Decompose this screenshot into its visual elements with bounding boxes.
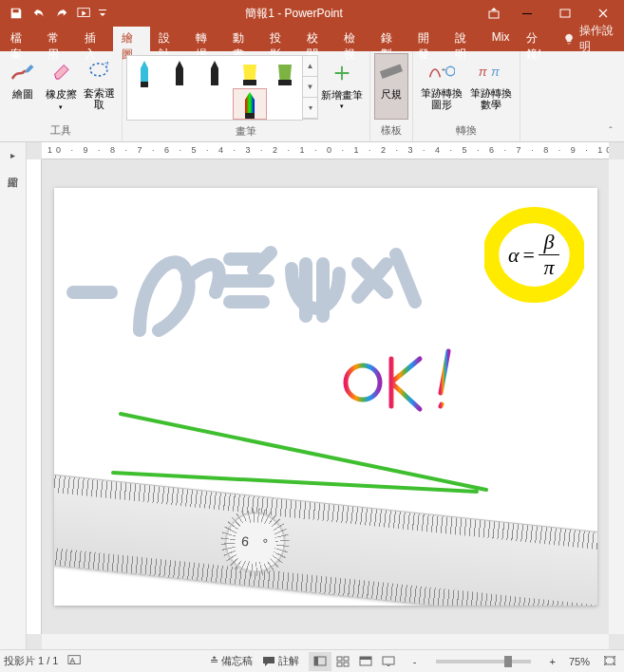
eraser-button[interactable]: 橡皮擦 ▾ bbox=[42, 53, 80, 120]
lasso-label: 套索選取 bbox=[81, 87, 117, 110]
redo-button[interactable] bbox=[51, 3, 72, 24]
group-tools: 繪圖 橡皮擦 ▾ 套索選取 工具 bbox=[0, 51, 123, 141]
plus-icon bbox=[331, 63, 352, 84]
reading-view-button[interactable] bbox=[354, 652, 377, 671]
ink-to-shape-button[interactable]: 筆跡轉換圖形 bbox=[417, 53, 466, 120]
pen-item-9[interactable] bbox=[233, 88, 267, 120]
horizontal-ruler: 10 · 9 · 8 · 7 · 6 · 5 · 4 · 3 · 2 · 1 ·… bbox=[42, 142, 609, 159]
ink-stroke-silver[interactable] bbox=[64, 226, 444, 340]
svg-rect-3 bbox=[560, 9, 570, 17]
minimize-button[interactable] bbox=[508, 0, 546, 27]
ink-to-math-label: 筆跡轉換數學 bbox=[467, 87, 515, 110]
svg-text:π: π bbox=[479, 65, 488, 79]
tab-developer[interactable]: 開發 bbox=[409, 27, 446, 51]
view-buttons bbox=[309, 652, 400, 671]
tab-recording[interactable]: 錄製 bbox=[372, 27, 409, 51]
tab-review[interactable]: 校閱 bbox=[298, 27, 335, 51]
slide[interactable]: α = β π bbox=[54, 188, 597, 606]
ruler-angle-value: 6 bbox=[233, 520, 256, 562]
pen-item-2[interactable] bbox=[162, 56, 197, 87]
spellcheck-button[interactable] bbox=[67, 654, 83, 669]
tab-file[interactable]: 檔案 bbox=[2, 27, 39, 51]
tab-view[interactable]: 檢視 bbox=[335, 27, 372, 51]
svg-text:π: π bbox=[491, 65, 501, 79]
lasso-select-button[interactable]: 套索選取 bbox=[80, 53, 118, 120]
ribbon: 繪圖 橡皮擦 ▾ 套索選取 工具 bbox=[0, 51, 624, 142]
ribbon-display-options-button[interactable] bbox=[480, 0, 508, 27]
qat-customize-button[interactable] bbox=[97, 3, 108, 24]
tab-slideshow[interactable]: 投影 bbox=[261, 27, 298, 51]
horizontal-scrollbar[interactable] bbox=[42, 634, 609, 649]
svg-rect-17 bbox=[314, 657, 318, 665]
ink-to-math-button[interactable]: ππ 筆跡轉換數學 bbox=[466, 53, 516, 120]
comment-icon bbox=[262, 656, 275, 667]
pen-item-4[interactable] bbox=[233, 56, 267, 87]
collapse-ribbon-button[interactable]: ˆ bbox=[601, 126, 620, 140]
math-equation[interactable]: α = β π bbox=[484, 205, 584, 305]
tab-insert[interactable]: 插入 bbox=[76, 27, 113, 51]
svg-rect-23 bbox=[360, 657, 371, 660]
draw-button[interactable]: 繪圖 bbox=[4, 53, 42, 120]
ruler-icon bbox=[379, 60, 404, 84]
pen-item-3[interactable] bbox=[198, 56, 232, 87]
sorter-view-button[interactable] bbox=[331, 652, 354, 671]
pen-item-8[interactable] bbox=[198, 88, 232, 120]
zoom-out-button[interactable]: - bbox=[409, 656, 421, 667]
tab-animations[interactable]: 動畫 bbox=[224, 27, 261, 51]
comments-button[interactable]: 註解 bbox=[262, 654, 299, 668]
slide-editor[interactable]: α = β π bbox=[42, 159, 609, 634]
ruler-angle-dial[interactable]: 6° bbox=[221, 509, 288, 575]
zoom-slider[interactable] bbox=[436, 660, 531, 663]
ruler-button[interactable]: 尺規 bbox=[374, 53, 408, 120]
math-beta: β bbox=[544, 230, 555, 254]
chevron-down-icon: ▾ bbox=[59, 103, 63, 111]
slide-counter[interactable]: 投影片 1 / 1 bbox=[4, 654, 58, 668]
pen-gallery[interactable] bbox=[126, 55, 303, 121]
svg-rect-5 bbox=[141, 82, 148, 87]
pen-item-6[interactable] bbox=[127, 88, 161, 120]
fit-to-window-button[interactable] bbox=[599, 655, 620, 668]
thumbnail-panel-collapsed[interactable]: ▸ 縮圖 bbox=[0, 142, 27, 649]
lightbulb-icon bbox=[563, 32, 575, 46]
pen-item-1[interactable] bbox=[127, 56, 161, 87]
tab-split[interactable]: 分鏡! bbox=[518, 27, 558, 51]
tab-help[interactable]: 說明 bbox=[446, 27, 483, 51]
tab-mix[interactable]: Mix bbox=[483, 27, 519, 51]
ink-to-math-icon: ππ bbox=[477, 61, 505, 82]
group-pens-label: 畫筆 bbox=[126, 122, 366, 142]
quick-access-toolbar bbox=[2, 3, 108, 24]
zoom-level[interactable]: 75% bbox=[569, 656, 590, 667]
gallery-more-button[interactable]: ▾ bbox=[303, 98, 317, 119]
tell-me-label: 操作說明 bbox=[579, 23, 619, 55]
chevron-right-icon: ▸ bbox=[10, 150, 15, 160]
add-pen-button[interactable]: 新增畫筆 ▾ bbox=[318, 55, 366, 121]
tab-home[interactable]: 常用 bbox=[39, 27, 76, 51]
gallery-down-button[interactable]: ▼ bbox=[303, 77, 317, 98]
ink-to-shape-label: 筆跡轉換圖形 bbox=[418, 87, 465, 110]
undo-button[interactable] bbox=[28, 3, 49, 24]
eraser-icon bbox=[48, 59, 73, 84]
tell-me-search[interactable]: 操作說明 bbox=[558, 27, 624, 51]
pen-item-5[interactable] bbox=[268, 56, 302, 87]
pen-item-10[interactable] bbox=[268, 88, 302, 120]
workspace: ▸ 縮圖 10 · 9 · 8 · 7 · 6 · 5 · 4 · 3 · 2 … bbox=[0, 142, 624, 649]
normal-view-button[interactable] bbox=[309, 652, 331, 671]
save-button[interactable] bbox=[6, 3, 27, 24]
svg-rect-19 bbox=[344, 657, 349, 661]
start-slideshow-button[interactable] bbox=[74, 3, 95, 24]
group-stencils-label: 樣板 bbox=[374, 121, 408, 141]
svg-point-14 bbox=[346, 365, 380, 400]
zoom-in-button[interactable]: + bbox=[546, 656, 559, 667]
svg-rect-18 bbox=[337, 657, 342, 661]
gallery-up-button[interactable]: ▲ bbox=[303, 56, 317, 77]
svg-rect-2 bbox=[522, 13, 532, 14]
pen-item-7[interactable] bbox=[162, 88, 197, 120]
slideshow-view-button[interactable] bbox=[377, 652, 400, 671]
tab-transitions[interactable]: 轉場 bbox=[187, 27, 224, 51]
vertical-scrollbar[interactable] bbox=[609, 159, 624, 634]
tab-design[interactable]: 設計 bbox=[150, 27, 187, 51]
notes-button[interactable]: ≛備忘稿 bbox=[210, 654, 253, 668]
svg-rect-8 bbox=[245, 113, 255, 119]
ribbon-tabs: 檔案 常用 插入 繪圖 設計 轉場 動畫 投影 校閱 檢視 錄製 開發 說明 M… bbox=[0, 27, 624, 51]
tab-draw[interactable]: 繪圖 bbox=[113, 27, 150, 51]
